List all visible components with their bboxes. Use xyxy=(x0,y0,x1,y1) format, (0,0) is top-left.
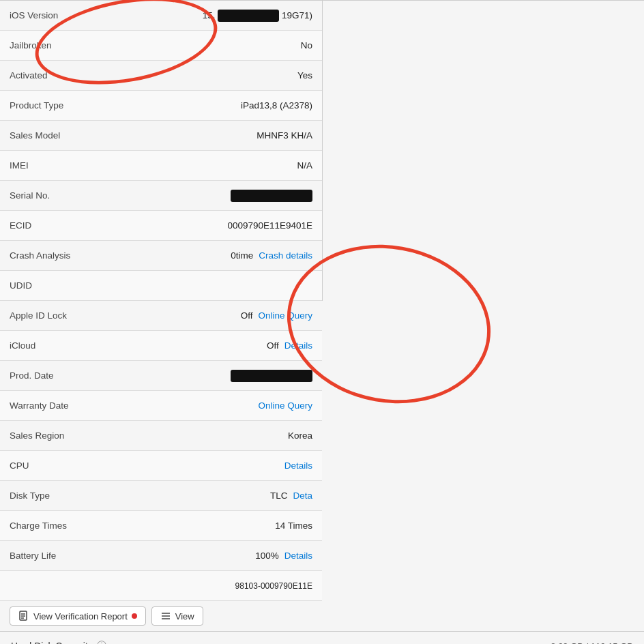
product-type-label: Product Type xyxy=(10,100,85,111)
product-type-value: iPad13,8 (A2378) xyxy=(85,100,312,111)
apple-id-lock-row: Apple ID Lock Off Online Query xyxy=(0,301,322,331)
report-dot xyxy=(132,613,137,619)
crash-analysis-count: 0time xyxy=(231,250,253,261)
apple-id-lock-label: Apple ID Lock xyxy=(10,310,85,321)
disk-title-text: Hard Disk Capacity xyxy=(11,641,93,644)
imei-row: IMEI N/A xyxy=(0,151,322,181)
cpu-row: CPU Details xyxy=(0,451,322,481)
jailbroken-value: No xyxy=(85,40,312,50)
disk-type-row: Disk Type TLC Deta xyxy=(0,481,322,511)
sales-model-row: Sales Model MHNF3 KH/A xyxy=(0,121,322,151)
battery-life-label: Battery Life xyxy=(10,551,85,561)
charge-times-label: Charge Times xyxy=(10,521,85,531)
serial-label: Serial No. xyxy=(10,190,85,201)
product-type-row: Product Type iPad13,8 (A2378) xyxy=(0,91,322,121)
disk-type-details-link[interactable]: Deta xyxy=(293,491,312,501)
apple-id-lock-value: Off Online Query xyxy=(85,310,312,321)
cpu-value: Details xyxy=(85,460,312,471)
prod-date-label: Prod. Date xyxy=(10,370,85,381)
ios-redacted xyxy=(218,10,279,22)
serial-value xyxy=(85,190,312,202)
crash-analysis-label: Crash Analysis xyxy=(10,250,85,261)
imei-label: IMEI xyxy=(10,160,85,171)
prod-date-value xyxy=(85,370,312,382)
view-secondary-button[interactable]: View xyxy=(151,606,203,626)
imei-value: N/A xyxy=(85,160,312,171)
charge-times-value: 14 Times xyxy=(85,521,312,531)
udid-right-value: 98103-0009790E11E xyxy=(85,581,312,591)
serial-row: Serial No. xyxy=(0,181,322,211)
sales-model-label: Sales Model xyxy=(10,130,85,141)
view-buttons-row: View Verification Report View xyxy=(0,601,644,631)
view-verification-report-button[interactable]: View Verification Report xyxy=(10,606,146,626)
activated-row: Activated Yes xyxy=(0,61,322,91)
crash-details-link[interactable]: Crash details xyxy=(259,250,312,261)
disk-capacity-value: 8.99 GB / 119.15 GB xyxy=(551,641,633,645)
battery-details-link[interactable]: Details xyxy=(284,551,312,561)
prod-date-row: Prod. Date xyxy=(0,361,322,391)
battery-life-row: Battery Life 100% Details xyxy=(0,541,322,571)
udid-left-label: UDID xyxy=(10,280,85,291)
ecid-label: ECID xyxy=(10,220,85,231)
disk-type-label: Disk Type xyxy=(10,491,85,501)
icloud-row: iCloud Off Details xyxy=(0,331,322,361)
left-column: iOS Version 15. 19G71) Jailbroken No Act… xyxy=(0,1,322,301)
disk-header: Hard Disk Capacity ⓘ 8.99 GB / 119.15 GB xyxy=(11,640,633,644)
charge-times-row: Charge Times 14 Times xyxy=(0,511,322,541)
sales-model-value: MHNF3 KH/A xyxy=(85,130,312,141)
ecid-row: ECID 0009790E11E9401E xyxy=(0,211,322,241)
view-secondary-label: View xyxy=(175,611,194,621)
crash-analysis-row: Crash Analysis 0time Crash details xyxy=(0,241,322,271)
apple-id-online-query-link[interactable]: Online Query xyxy=(258,310,312,321)
warranty-date-label: Warranty Date xyxy=(10,400,85,411)
jailbroken-row: Jailbroken No xyxy=(0,31,322,61)
disk-type-value: TLC Deta xyxy=(85,491,312,501)
sales-region-label: Sales Region xyxy=(10,430,85,441)
warranty-date-row: Warranty Date Online Query xyxy=(0,391,322,421)
disk-section: Hard Disk Capacity ⓘ 8.99 GB / 119.15 GB… xyxy=(0,631,644,644)
icloud-details-link[interactable]: Details xyxy=(284,340,312,351)
sales-region-row: Sales Region Korea xyxy=(0,421,322,451)
serial-redacted xyxy=(231,190,312,202)
sales-region-value: Korea xyxy=(85,430,312,441)
disk-info-icon: ⓘ xyxy=(97,640,106,644)
right-column: Apple ID Lock Off Online Query iCloud Of… xyxy=(0,301,322,601)
activated-value: Yes xyxy=(85,70,312,80)
list-icon xyxy=(160,611,171,621)
udid-right-row: 98103-0009790E11E xyxy=(0,571,322,601)
prod-date-redacted xyxy=(231,370,312,382)
icloud-value: Off Details xyxy=(85,340,312,351)
cpu-details-link[interactable]: Details xyxy=(284,460,312,471)
ios-version-row: iOS Version 15. 19G71) xyxy=(0,1,322,31)
disk-title: Hard Disk Capacity ⓘ xyxy=(11,640,106,644)
udid-left-row: UDID xyxy=(0,271,322,301)
ios-version-value: 15. 19G71) xyxy=(85,10,312,22)
crash-analysis-value: 0time Crash details xyxy=(85,250,312,261)
info-grid: iOS Version 15. 19G71) Jailbroken No Act… xyxy=(0,0,644,601)
warranty-date-link[interactable]: Online Query xyxy=(85,400,312,411)
battery-life-value: 100% Details xyxy=(85,551,312,561)
doc-icon xyxy=(18,611,29,621)
view-verification-label: View Verification Report xyxy=(33,611,128,621)
activated-label: Activated xyxy=(10,70,85,80)
col-divider xyxy=(322,1,323,301)
icloud-label: iCloud xyxy=(10,340,85,351)
ecid-value: 0009790E11E9401E xyxy=(85,220,312,231)
ios-version-label: iOS Version xyxy=(10,10,85,20)
jailbroken-label: Jailbroken xyxy=(10,40,85,50)
cpu-label: CPU xyxy=(10,460,85,471)
